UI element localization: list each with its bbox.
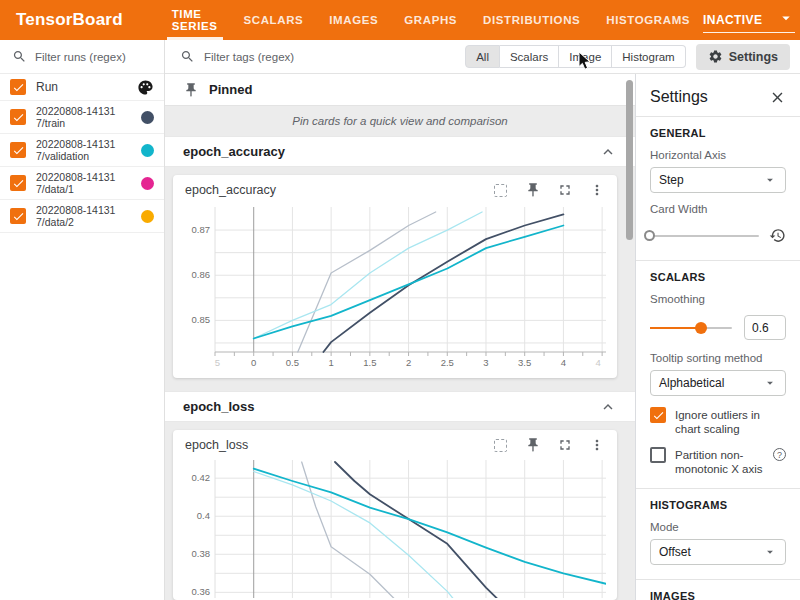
tab-scalars[interactable]: SCALARS [231,0,317,40]
filter-runs-input[interactable]: Filter runs (regex) [0,40,164,74]
svg-text:5: 5 [215,357,220,368]
card-title: epoch_loss [185,438,248,452]
run-name: 20220808-141317/train [36,105,122,130]
run-checkbox[interactable] [10,175,26,191]
tab-histograms[interactable]: HISTOGRAMS [593,0,703,40]
svg-text:0.36: 0.36 [192,586,211,597]
images-caption: IMAGES [650,590,786,600]
fullscreen-icon[interactable] [556,182,573,199]
palette-icon [137,79,154,96]
card-width-slider[interactable] [650,235,759,237]
smoothing-label: Smoothing [650,293,786,305]
epoch-loss-card: epoch_loss 0.420.40.380.36 [173,430,617,600]
pin-card-icon[interactable] [524,437,541,454]
filter-runs-placeholder: Filter runs (regex) [35,51,126,63]
scalars-caption: SCALARS [650,271,786,283]
svg-text:4: 4 [596,357,601,368]
run-color-dot [141,144,154,157]
filter-scalars-button[interactable]: Scalars [500,45,559,68]
reset-icon[interactable] [769,227,786,244]
card-title: epoch_accuracy [185,183,276,197]
epoch-loss-chart[interactable]: 0.420.40.380.36 [173,460,617,600]
smoothing-value-input[interactable]: 0.6 [744,315,786,340]
chevron-down-icon [763,173,777,187]
run-row-validation[interactable]: 20220808-141317/validation [0,134,164,167]
partition-x-axis-checkbox-row[interactable]: Partition non-monotonic X axis ? [650,447,786,476]
svg-text:4: 4 [561,357,566,368]
run-name: 20220808-141317/validation [36,138,122,163]
select-all-runs-checkbox[interactable] [10,79,26,95]
runs-sidebar: Filter runs (regex) Run 20220808-141317/… [0,40,165,600]
filter-histogram-button[interactable]: Histogram [612,45,685,68]
ignore-outliers-checkbox[interactable] [650,407,666,423]
run-checkbox[interactable] [10,208,26,224]
chevron-down-icon [777,9,795,30]
run-row-data-1[interactable]: 20220808-141317/data/1 [0,167,164,200]
close-icon[interactable] [769,89,786,106]
fullscreen-icon[interactable] [556,437,573,454]
horizontal-axis-select[interactable]: Step [650,167,786,193]
epoch-accuracy-card: epoch_accuracy 500.511.522.533.5440.850.… [173,175,617,378]
settings-panel: Settings GENERAL Horizontal Axis Step Ca… [635,74,800,600]
filter-tags-input[interactable]: Filter tags (regex) [165,49,465,64]
fit-to-data-icon[interactable] [492,437,509,454]
search-icon [180,49,195,64]
runs-column-header: Run [36,80,58,94]
chevron-up-icon[interactable] [599,143,617,161]
epoch-accuracy-chart[interactable]: 500.511.522.533.5440.850.860.87 [173,205,617,379]
tab-time-series[interactable]: TIME SERIES [159,0,231,40]
settings-scalars-section: SCALARS Smoothing 0.6 Tooltip sorting me… [636,261,800,488]
filter-all-button[interactable]: All [465,45,500,68]
svg-text:0.42: 0.42 [192,472,211,483]
horizontal-axis-label: Horizontal Axis [650,149,786,161]
svg-text:0.38: 0.38 [192,548,211,559]
tab-distributions[interactable]: DISTRIBUTIONS [470,0,593,40]
chevron-down-icon [763,376,777,390]
svg-text:0.4: 0.4 [197,510,210,521]
pin-card-icon[interactable] [524,182,541,199]
run-row-train[interactable]: 20220808-141317/train [0,101,164,134]
run-name: 20220808-141317/data/1 [36,171,122,196]
more-options-icon[interactable] [588,437,605,454]
filter-image-button[interactable]: Image [559,45,612,68]
svg-text:0: 0 [251,357,256,368]
runs-header-row: Run [0,74,164,101]
tag-type-filter-group: All Scalars Image Histogram [465,45,686,68]
run-color-dot [141,111,154,124]
tooltip-sorting-select[interactable]: Alphabetical [650,370,786,396]
run-color-dot [141,177,154,190]
mode-label: Mode [650,521,786,533]
general-caption: GENERAL [650,127,786,139]
section-header-epoch-loss[interactable]: epoch_loss [165,391,635,422]
svg-text:0.86: 0.86 [192,269,211,280]
chevron-down-icon [763,545,777,559]
tab-images[interactable]: IMAGES [316,0,391,40]
partition-x-axis-checkbox[interactable] [650,447,666,463]
svg-text:0.85: 0.85 [192,314,211,325]
gear-icon [708,49,723,64]
histograms-caption: HISTOGRAMS [650,499,786,511]
card-width-label: Card Width [650,203,786,215]
tab-graphs[interactable]: GRAPHS [391,0,470,40]
help-icon[interactable]: ? [773,448,786,461]
pinned-section-bar: Pinned [165,74,635,106]
run-checkbox[interactable] [10,142,26,158]
histogram-mode-select[interactable]: Offset [650,539,786,565]
tooltip-sorting-label: Tooltip sorting method [650,352,786,364]
settings-histograms-section: HISTOGRAMS Mode Offset [636,489,800,579]
run-row-data-2[interactable]: 20220808-141317/data/2 [0,200,164,233]
run-status-select[interactable]: INACTIVE [703,7,795,33]
tags-toolbar: Filter tags (regex) All Scalars Image Hi… [165,40,800,74]
run-checkbox[interactable] [10,109,26,125]
svg-text:3: 3 [483,357,488,368]
run-color-dot [141,210,154,223]
chevron-up-icon[interactable] [599,398,617,416]
settings-button[interactable]: Settings [696,44,790,70]
fit-to-data-icon[interactable] [492,182,509,199]
vertical-scrollbar[interactable] [626,80,633,240]
smoothing-slider[interactable] [650,327,732,329]
ignore-outliers-checkbox-row[interactable]: Ignore outliers in chart scaling [650,407,786,436]
svg-text:0.5: 0.5 [286,357,299,368]
section-header-epoch-accuracy[interactable]: epoch_accuracy [165,136,635,167]
more-options-icon[interactable] [588,182,605,199]
